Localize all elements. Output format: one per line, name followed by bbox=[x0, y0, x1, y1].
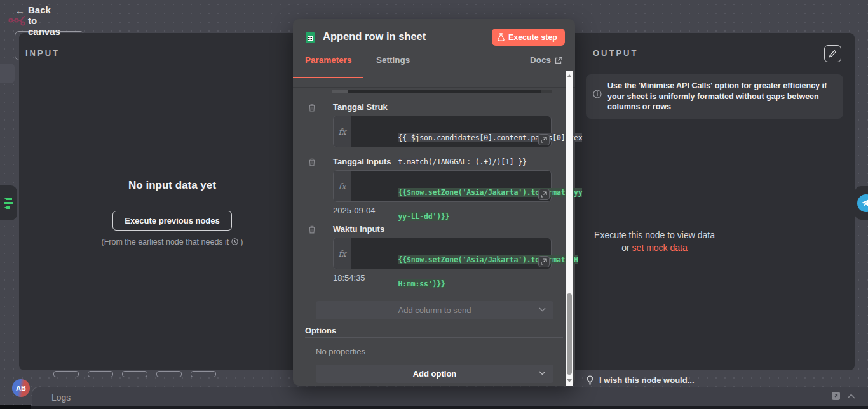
canvas-node-stub bbox=[156, 371, 182, 377]
open-expression-editor-button[interactable] bbox=[538, 134, 550, 145]
expand-icon bbox=[541, 137, 547, 143]
fx-badge: fx bbox=[334, 171, 351, 201]
wish-text: I wish this node would... bbox=[599, 375, 695, 385]
add-column-to-send-button[interactable]: Add column to send bbox=[316, 301, 553, 319]
open-logs-popout-button[interactable] bbox=[831, 391, 841, 401]
canvas-node-stub bbox=[191, 371, 216, 377]
no-properties-text: No properties bbox=[316, 347, 365, 356]
minimise-api-calls-notice: Use the 'Minimise API Calls' option for … bbox=[586, 74, 843, 119]
edit-output-button[interactable] bbox=[824, 45, 841, 62]
field-label: Waktu Inputs bbox=[333, 224, 384, 234]
info-icon bbox=[593, 90, 602, 98]
canvas-node-stub bbox=[53, 371, 79, 377]
divider bbox=[305, 337, 563, 338]
avatar[interactable]: AB bbox=[12, 379, 30, 397]
input-panel-title: INPUT bbox=[25, 48, 60, 58]
chevron-up-icon bbox=[847, 394, 855, 399]
node-title: Append row in sheet bbox=[323, 30, 426, 43]
external-link-icon bbox=[555, 57, 562, 64]
clock-icon bbox=[231, 238, 238, 245]
notice-text: Use the 'Minimise API Calls' option for … bbox=[607, 81, 834, 112]
tab-parameters[interactable]: Parameters bbox=[305, 55, 352, 65]
expression-input-tanggal-inputs[interactable]: fx {{$now.setZone('Asia/Jakarta').toForm… bbox=[333, 170, 552, 202]
scroll-down-arrow[interactable] bbox=[567, 379, 572, 382]
open-expression-editor-button[interactable] bbox=[538, 189, 550, 200]
scroll-up-arrow[interactable] bbox=[567, 74, 572, 77]
execute-step-button[interactable]: Execute step bbox=[492, 29, 565, 46]
telegram-node-stub[interactable] bbox=[855, 186, 868, 220]
pencil-icon bbox=[829, 50, 837, 58]
mapped-data-icon bbox=[3, 195, 15, 211]
back-to-canvas-label[interactable]: Back to canvas bbox=[28, 4, 60, 37]
expand-icon bbox=[541, 258, 547, 265]
delete-column-icon[interactable] bbox=[308, 158, 316, 166]
logs-panel[interactable]: Logs bbox=[32, 387, 868, 406]
expression-input-waktu-inputs[interactable]: fx {{$now.setZone('Asia/Jakarta').toForm… bbox=[333, 238, 552, 269]
canvas-node-stub bbox=[88, 371, 113, 377]
logs-label: Logs bbox=[51, 392, 71, 403]
delete-column-icon[interactable] bbox=[308, 104, 316, 112]
options-section-label: Options bbox=[305, 326, 336, 335]
no-input-data-title: No input data yet bbox=[51, 179, 294, 192]
background-node-partial bbox=[0, 64, 15, 83]
input-hint: (From the earliest node that needs it ) bbox=[51, 238, 294, 246]
tab-settings[interactable]: Settings bbox=[376, 55, 410, 65]
popout-icon bbox=[831, 391, 841, 401]
field-label: Tanggal Inputs bbox=[333, 157, 391, 166]
node-feedback-link[interactable]: I wish this node would... bbox=[586, 375, 695, 385]
fx-badge: fx bbox=[334, 116, 351, 147]
fx-badge: fx bbox=[334, 238, 351, 269]
bottom-edge-left bbox=[0, 405, 31, 409]
expand-icon bbox=[541, 191, 547, 198]
canvas-node-stub bbox=[122, 371, 147, 377]
telegram-icon bbox=[857, 194, 868, 212]
open-expression-editor-button[interactable] bbox=[538, 256, 550, 267]
set-mock-data-link[interactable]: set mock data bbox=[632, 243, 688, 253]
lightbulb-icon bbox=[586, 375, 594, 385]
bottom-edge bbox=[0, 406, 868, 409]
chevron-down-icon bbox=[539, 371, 546, 375]
add-option-button[interactable]: Add option bbox=[316, 365, 553, 383]
scrollbar-thumb[interactable] bbox=[567, 293, 572, 375]
horizontal-scrollbar[interactable] bbox=[332, 90, 552, 93]
back-arrow-icon[interactable]: ← bbox=[15, 5, 25, 16]
google-sheets-icon bbox=[304, 31, 316, 44]
execute-previous-nodes-button[interactable]: Execute previous nodes bbox=[112, 211, 232, 231]
node-detail-modal: Append row in sheet Execute step Paramet… bbox=[293, 19, 575, 386]
expression-result: 2025-09-04 bbox=[333, 206, 376, 215]
delete-column-icon[interactable] bbox=[308, 225, 316, 234]
modal-scrollbar[interactable] bbox=[566, 71, 573, 386]
docs-link[interactable]: Docs bbox=[530, 55, 562, 65]
chevron-down-icon bbox=[539, 307, 546, 312]
flask-icon bbox=[498, 33, 505, 41]
expression-result: 18:54:35 bbox=[333, 273, 365, 283]
output-panel-title: OUTPUT bbox=[593, 48, 638, 58]
field-label: Tanggal Struk bbox=[333, 102, 388, 112]
collapse-logs-button[interactable] bbox=[847, 394, 855, 399]
input-connector-stub[interactable] bbox=[0, 185, 17, 220]
expression-input-tanggal-struk[interactable]: fx {{ $json.candidates[0].content.parts[… bbox=[333, 116, 552, 147]
